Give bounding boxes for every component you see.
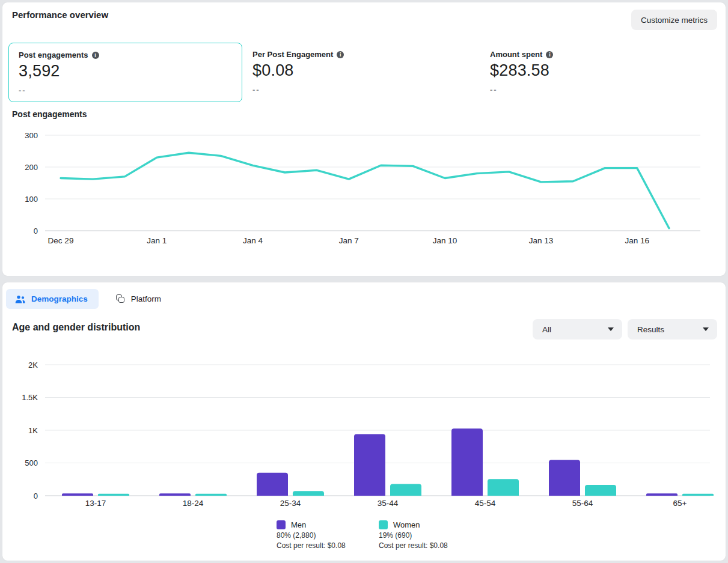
legend-cost: Cost per result: $0.08 — [379, 542, 481, 550]
bar-men-18-24[interactable] — [159, 493, 191, 496]
post-engagements-series-line — [61, 153, 669, 228]
bar-men-65+[interactable] — [646, 493, 678, 496]
women-swatch — [379, 520, 388, 529]
tab-label: Platform — [131, 294, 161, 303]
bar-chart-svg: 05001K1.5K2K13-1718-2425-3435-4445-5455-… — [2, 351, 726, 517]
bar-women-45-54[interactable] — [488, 479, 519, 496]
legend-item-women: Women 19% (690) Cost per result: $0.08 — [379, 520, 481, 550]
line-chart-svg: 3002001000Dec 29Jan 1Jan 4Jan 7Jan 10Jan… — [2, 120, 726, 251]
bar-women-18-24[interactable] — [195, 494, 227, 496]
axis-tick-label: Jan 4 — [243, 236, 263, 245]
age-gender-bar-chart: 05001K1.5K2K13-1718-2425-3435-4445-5455-… — [2, 351, 726, 517]
bar-men-13-17[interactable] — [62, 493, 93, 496]
metric-delta: -- — [19, 86, 232, 95]
metric-value: $283.58 — [490, 61, 553, 80]
tab-demographics[interactable]: Demographics — [6, 289, 99, 309]
age-gender-heading: Age and gender distribution — [12, 322, 140, 333]
axis-tick-label: 300 — [25, 131, 38, 140]
legend-item-men: Men 80% (2,880) Cost per result: $0.08 — [277, 520, 379, 550]
demographics-card: Demographics Platform Age and gender dis… — [2, 282, 726, 561]
axis-tick-label: 25-34 — [280, 499, 301, 508]
metric-label: Per Post Engagement — [252, 50, 333, 59]
axis-tick-label: Jan 13 — [529, 236, 554, 245]
bar-men-45-54[interactable] — [451, 428, 483, 496]
metric-card-amount-spent[interactable]: Amount spent i $283.58 -- — [490, 50, 553, 94]
metric-filter-select[interactable]: Results — [628, 319, 717, 339]
axis-tick-label: 45-54 — [475, 499, 496, 508]
axis-tick-label: 1.5K — [22, 393, 38, 402]
people-icon — [15, 295, 25, 303]
axis-tick-label: 200 — [25, 163, 38, 172]
post-engagements-line-chart: 3002001000Dec 29Jan 1Jan 4Jan 7Jan 10Jan… — [2, 120, 726, 251]
axis-tick-label: 2K — [28, 361, 38, 370]
bar-men-55-64[interactable] — [549, 460, 580, 496]
performance-overview-card: Performance overview Customize metrics P… — [2, 2, 726, 276]
axis-tick-label: Jan 10 — [433, 236, 457, 245]
axis-tick-label: Jan 16 — [625, 236, 649, 245]
line-chart-title: Post engagements — [12, 109, 87, 119]
axis-tick-label: 55-64 — [572, 499, 593, 508]
customize-metrics-button[interactable]: Customize metrics — [631, 10, 717, 30]
bar-men-25-34[interactable] — [257, 473, 288, 496]
tab-label: Demographics — [31, 294, 88, 303]
breakdown-tabs: Demographics Platform — [6, 289, 172, 309]
legend-share: 19% (690) — [379, 532, 481, 540]
metric-delta: -- — [252, 85, 344, 94]
metric-card-per-post-engagement[interactable]: Per Post Engagement i $0.08 -- — [252, 50, 344, 94]
men-swatch — [277, 520, 286, 529]
axis-tick-label: Jan 1 — [147, 236, 167, 245]
metric-value: $0.08 — [252, 61, 344, 80]
axis-tick-label: Dec 29 — [48, 236, 74, 245]
select-value: All — [542, 325, 551, 334]
metric-value: 3,592 — [19, 62, 232, 81]
axis-tick-label: 100 — [25, 195, 38, 204]
bar-women-65+[interactable] — [682, 494, 714, 496]
legend-name: Women — [393, 520, 420, 529]
axis-tick-label: 18-24 — [183, 499, 204, 508]
metric-label: Post engagements — [19, 50, 88, 59]
select-value: Results — [637, 325, 664, 334]
bar-women-35-44[interactable] — [390, 484, 421, 496]
legend-name: Men — [291, 520, 306, 529]
info-icon[interactable]: i — [92, 52, 99, 59]
axis-tick-label: 35-44 — [378, 499, 399, 508]
tab-platform[interactable]: Platform — [107, 289, 172, 309]
axis-tick-label: 65+ — [673, 499, 687, 508]
axis-tick-label: 13-17 — [85, 499, 106, 508]
bar-women-13-17[interactable] — [98, 494, 129, 496]
metric-label: Amount spent — [490, 50, 542, 59]
metric-card-post-engagements[interactable]: Post engagements i 3,592 -- — [8, 43, 242, 102]
info-icon[interactable]: i — [337, 51, 344, 58]
legend-cost: Cost per result: $0.08 — [277, 542, 379, 550]
info-icon[interactable]: i — [546, 51, 553, 58]
platform-icon — [116, 294, 125, 303]
chevron-down-icon — [608, 327, 614, 331]
axis-tick-label: 0 — [34, 491, 38, 501]
axis-tick-label: 0 — [34, 227, 38, 236]
axis-tick-label: 500 — [25, 458, 38, 467]
breakdown-filter-select[interactable]: All — [533, 319, 622, 339]
chart-legend: Men 80% (2,880) Cost per result: $0.08 W… — [277, 520, 481, 550]
legend-share: 80% (2,880) — [277, 532, 379, 540]
axis-tick-label: Jan 7 — [339, 236, 359, 245]
metric-delta: -- — [490, 85, 553, 94]
axis-tick-label: 1K — [28, 426, 38, 435]
bar-women-55-64[interactable] — [585, 485, 616, 496]
bar-men-35-44[interactable] — [354, 434, 385, 496]
bar-women-25-34[interactable] — [293, 491, 324, 496]
page-title: Performance overview — [12, 10, 108, 20]
chevron-down-icon — [703, 327, 709, 331]
